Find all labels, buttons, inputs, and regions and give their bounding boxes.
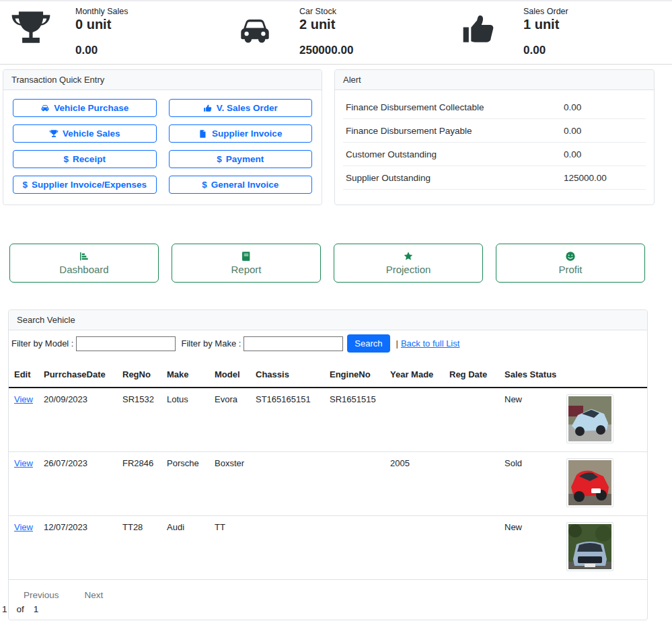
panel-title: Alert [335,70,654,90]
view-link[interactable]: View [14,458,33,468]
col-chassis: Chassis [253,364,327,388]
col-purchase-date: PurrchaseDate [41,364,120,388]
page-of: of [17,604,24,614]
cell-year-made [387,516,447,580]
table-row: View 12/07/2023 TT28 Audi TT New [9,516,647,580]
projection-button[interactable]: Projection [334,244,483,283]
profit-button[interactable]: Profit [496,244,645,283]
page-info: 1 of 1 [2,604,647,614]
cell-reg-no: TT28 [120,516,164,580]
thumbs-up-icon [203,104,213,113]
vehicle-photo [566,394,613,443]
button-label: V. Sales Order [217,103,278,113]
cell-reg-date [447,452,502,516]
general-invoice-button[interactable]: $ General Invoice [169,176,313,194]
search-button[interactable]: Search [347,334,389,353]
stat-units: 2 unit [299,16,448,33]
supplier-invoice-expenses-button[interactable]: $ Supplier Invoice/Expenses [13,176,157,194]
stat-units: 0 unit [75,16,224,33]
nav-buttons-row: Dashboard Report Projection Profit [9,244,672,283]
stat-monthly-sales: Monthly Sales 0 unit 0.00 [0,5,224,57]
vehicles-table: Edit PurrchaseDate RegNo Make Model Chas… [9,364,647,580]
table-row: View 20/09/2023 SR1532 Lotus Evora ST165… [9,388,647,452]
vehicle-photo [566,522,613,571]
dollar-icon: $ [202,180,207,190]
filter-make-input[interactable] [244,336,343,351]
bar-chart-icon [79,251,89,262]
vehicle-purchase-button[interactable]: Vehicle Purchase [13,99,157,117]
alert-panel: Alert Finance Disbursement Collectable 0… [334,69,655,205]
cell-engine-no: SR1651515 [327,388,387,452]
cell-chassis [253,516,327,580]
v-sales-order-button[interactable]: V. Sales Order [169,99,313,117]
cell-reg-date [447,388,502,452]
alert-row: Supplier Outstanding 125000.00 [343,166,646,190]
star-icon [403,251,414,262]
next-page-link[interactable]: Next [85,590,104,600]
filter-row: Filter by Model : Filter by Make : Searc… [9,330,647,359]
alert-row: Finance Disbursement Payable 0.00 [343,119,646,143]
col-engine-no: EngineNo [327,364,387,388]
col-reg-no: RegNo [120,364,164,388]
cell-make: Audi [164,516,212,580]
cell-reg-no: SR1532 [120,388,164,452]
dashboard-button[interactable]: Dashboard [9,244,159,283]
dollar-icon: $ [217,154,222,164]
smiley-icon [565,251,576,262]
cell-chassis: ST165165151 [253,388,327,452]
table-header-row: Edit PurrchaseDate RegNo Make Model Chas… [9,364,647,388]
nav-label: Profit [558,264,582,275]
button-label: Supplier Invoice [212,129,282,139]
cell-make: Porsche [164,452,212,516]
table-row: View 26/07/2023 FR2846 Porsche Boxster 2… [9,452,647,516]
transaction-quick-entry-panel: Transaction Quick Entry Vehicle Purchase… [3,69,322,205]
filter-model-input[interactable] [76,336,176,351]
vehicle-sales-button[interactable]: Vehicle Sales [13,124,157,143]
cell-chassis [253,452,327,516]
stat-amount: 0.00 [75,44,224,57]
stat-label: Sales Order [523,7,672,16]
cell-engine-no [327,516,387,580]
button-label: Payment [226,154,264,164]
cell-sales-status: New [502,388,564,452]
cell-model: Boxster [212,452,253,516]
page-current: 1 [2,604,7,614]
dollar-icon: $ [22,180,28,190]
previous-page-link[interactable]: Previous [24,590,59,600]
thumbs-up-icon [456,11,502,48]
cell-make: Lotus [164,388,212,452]
file-icon [198,129,208,139]
button-label: General Invoice [211,180,279,190]
payment-button[interactable]: $ Payment [169,150,313,168]
button-label: Receipt [73,154,106,164]
filter-model-label: Filter by Model : [11,338,73,349]
stat-label: Monthly Sales [75,7,224,16]
car-icon [232,13,278,50]
cell-reg-no: FR2846 [120,452,164,516]
col-model: Model [212,364,253,388]
cell-sales-status: New [502,516,564,580]
stats-bar: Monthly Sales 0 unit 0.00 Car Stock 2 un… [0,0,672,65]
stat-car-stock: Car Stock 2 unit 250000.00 [224,5,448,57]
nav-label: Dashboard [59,264,108,275]
receipt-button[interactable]: $ Receipt [13,150,157,168]
supplier-invoice-button[interactable]: Supplier Invoice [169,124,313,143]
search-vehicle-panel: Search Vehicle Filter by Model : Filter … [8,309,648,620]
cell-model: TT [212,516,253,580]
cell-year-made: 2005 [387,452,447,516]
cell-sales-status: Sold [502,452,564,516]
button-label: Vehicle Sales [63,129,120,139]
view-link[interactable]: View [14,522,33,532]
cell-purchase-date: 20/09/2023 [41,388,120,452]
stat-label: Car Stock [299,7,448,16]
alert-value: 0.00 [564,149,643,159]
alert-row: Customer Outstanding 0.00 [343,143,646,166]
nav-label: Report [231,264,261,275]
stat-sales-order: Sales Order 1 unit 0.00 [448,5,672,57]
report-button[interactable]: Report [172,244,321,283]
alert-value: 0.00 [564,102,643,112]
book-icon [241,251,252,262]
view-link[interactable]: View [14,394,33,404]
back-to-full-list-link[interactable]: Back to full List [401,338,459,349]
vehicle-photo [566,458,613,507]
